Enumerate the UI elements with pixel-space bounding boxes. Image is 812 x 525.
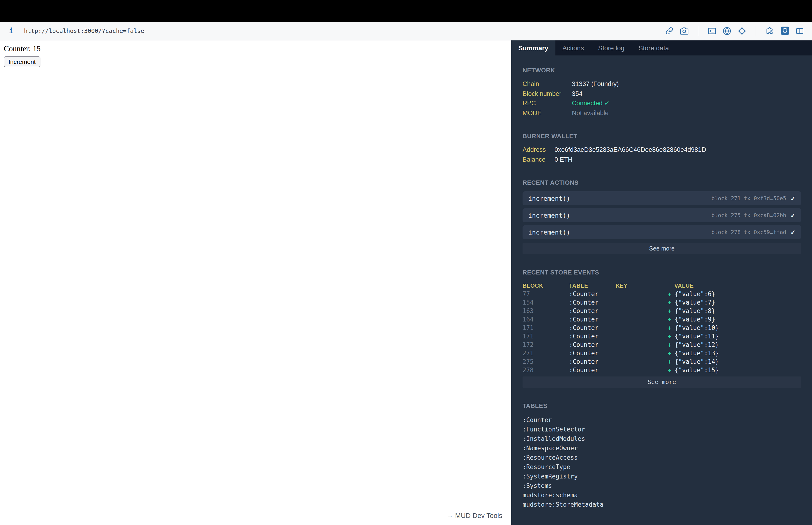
screen-top-bar: [0, 0, 812, 21]
wallet-address: 0xe6fd3aeD3e5283aEA66C46Dee86e82860e4d98…: [554, 145, 706, 155]
event-key: [616, 315, 668, 324]
event-value-json: {"value":10}: [675, 324, 719, 331]
actions-see-more-button[interactable]: See more: [523, 243, 801, 254]
table-name-item[interactable]: :Counter: [523, 416, 801, 425]
network-section-title: NETWORK: [523, 67, 801, 74]
action-success-check-icon: ✓: [791, 212, 796, 219]
event-value-json: {"value":14}: [675, 358, 719, 365]
target-icon[interactable]: [737, 26, 747, 35]
table-name-item[interactable]: mudstore:schema: [523, 491, 801, 500]
store-event-row: 77 :Counter +{"value":6}: [523, 290, 801, 298]
event-table: :Counter: [569, 324, 616, 332]
wallet-balance: 0 ETH: [554, 155, 706, 165]
store-event-row: 278 :Counter +{"value":15}: [523, 366, 801, 375]
network-label: RPC: [523, 99, 572, 108]
terminal-icon[interactable]: [707, 26, 717, 35]
recent-actions-section-title: RECENT ACTIONS: [523, 179, 801, 186]
store-events-rows: 77 :Counter +{"value":6} 154 :Counter: [523, 290, 801, 375]
app-page: Counter: 15 Increment → MUD Dev Tools: [0, 41, 511, 525]
diff-plus-marker: +: [668, 341, 672, 348]
mud-devtools-toggle[interactable]: → MUD Dev Tools: [446, 512, 502, 519]
extensions-icon[interactable]: [765, 26, 775, 35]
url-text[interactable]: http://localhost:3000/?cache=false: [24, 27, 144, 34]
store-event-row: 171 :Counter +{"value":10}: [523, 324, 801, 332]
table-name-item[interactable]: :ResourceAccess: [523, 453, 801, 463]
action-row[interactable]: increment() block 275 tx 0xca8…02bb ✓: [523, 208, 801, 222]
diff-plus-marker: +: [668, 316, 672, 323]
event-block: 163: [523, 307, 569, 315]
recent-store-events-section-title: RECENT STORE EVENTS: [523, 269, 801, 276]
screenshot-icon[interactable]: [679, 26, 689, 35]
tab-store-data[interactable]: Store data: [631, 41, 676, 56]
table-name-item[interactable]: mudstore:StoreMetadata: [523, 500, 801, 510]
browser-toolbar: i http://localhost:3000/?cache=false: [0, 21, 812, 41]
store-event-row: 271 :Counter +{"value":13}: [523, 349, 801, 358]
event-value: +{"value":8}: [668, 307, 801, 315]
action-row[interactable]: increment() block 278 tx 0xc59…ffad ✓: [523, 225, 801, 239]
event-key: [616, 324, 668, 332]
event-value: +{"value":6}: [668, 290, 801, 298]
tab-summary[interactable]: Summary: [511, 41, 555, 56]
network-section: NETWORK Chain 31337 (Foundry) Block numb…: [523, 67, 801, 118]
recent-actions-list: increment() block 271 tx 0xf3d…50e5 ✓ in…: [523, 191, 801, 239]
store-event-row: 164 :Counter +{"value":9}: [523, 315, 801, 324]
network-label: Chain: [523, 79, 572, 89]
network-value: 354: [572, 89, 619, 99]
event-key: [616, 332, 668, 341]
devtools-tabs: Summary Actions Store log Store data: [511, 41, 812, 56]
diff-plus-marker: +: [668, 324, 672, 331]
diff-plus-marker: +: [668, 350, 672, 357]
table-name-item[interactable]: :FunctionSelector: [523, 425, 801, 434]
action-name: increment(): [528, 228, 570, 236]
network-row: Chain 31337 (Foundry): [523, 79, 619, 89]
network-row: MODE Not available: [523, 108, 619, 118]
wallet-label: Balance: [523, 155, 554, 165]
network-value: 31337 (Foundry): [572, 79, 619, 89]
toolbar-icons: [664, 26, 805, 36]
recent-store-events-section: RECENT STORE EVENTS BLOCK TABLE KEY VALU…: [523, 269, 801, 388]
event-value: +{"value":10}: [668, 324, 801, 332]
tables-section: TABLES :Counter :FunctionSelector :Insta…: [523, 402, 801, 510]
column-header-block: BLOCK: [523, 282, 569, 290]
store-event-row: 171 :Counter +{"value":11}: [523, 332, 801, 341]
event-block: 164: [523, 315, 569, 324]
table-name-item[interactable]: :InstalledModules: [523, 434, 801, 444]
table-name-item[interactable]: :NamespaceOwner: [523, 444, 801, 453]
main-area: Counter: 15 Increment → MUD Dev Tools Su…: [0, 41, 812, 525]
tab-store-log[interactable]: Store log: [591, 41, 631, 56]
wallet-row: Address 0xe6fd3aeD3e5283aEA66C46Dee86e82…: [523, 145, 706, 155]
globe-icon[interactable]: [722, 26, 732, 35]
info-icon[interactable]: i: [9, 27, 13, 35]
event-table: :Counter: [569, 358, 616, 366]
network-label: MODE: [523, 108, 572, 118]
action-row[interactable]: increment() block 271 tx 0xf3d…50e5 ✓: [523, 191, 801, 205]
link-icon[interactable]: [664, 26, 674, 35]
action-block-tx: block 275 tx 0xca8…02bb: [711, 212, 786, 219]
events-see-more-button[interactable]: See more: [523, 376, 801, 388]
network-row: RPC Connected ✓: [523, 99, 619, 108]
shield-icon[interactable]: [780, 26, 790, 35]
store-event-row: 154 :Counter +{"value":7}: [523, 298, 801, 307]
store-event-row: 172 :Counter +{"value":12}: [523, 341, 801, 349]
mode-status: Not available: [572, 108, 619, 118]
network-table: Chain 31337 (Foundry) Block number 354 R…: [523, 79, 619, 118]
burner-wallet-section: BURNER WALLET Address 0xe6fd3aeD3e5283aE…: [523, 133, 801, 165]
event-block: 77: [523, 290, 569, 298]
split-view-icon[interactable]: [795, 26, 805, 35]
table-name-item[interactable]: :ResourceType: [523, 463, 801, 472]
event-value: +{"value":7}: [668, 298, 801, 307]
tab-actions[interactable]: Actions: [555, 41, 591, 56]
event-table: :Counter: [569, 315, 616, 324]
event-key: [616, 341, 668, 349]
increment-button[interactable]: Increment: [4, 56, 41, 67]
event-block: 171: [523, 332, 569, 341]
toolbar-divider: [756, 26, 756, 36]
action-success-check-icon: ✓: [791, 229, 796, 236]
event-value: +{"value":9}: [668, 315, 801, 324]
event-value-json: {"value":11}: [675, 333, 719, 340]
burner-wallet-section-title: BURNER WALLET: [523, 133, 801, 139]
rpc-status: Connected ✓: [572, 99, 619, 108]
table-name-item[interactable]: :Systems: [523, 481, 801, 491]
table-name-item[interactable]: :SystemRegistry: [523, 472, 801, 481]
store-event-row: 163 :Counter +{"value":8}: [523, 307, 801, 315]
